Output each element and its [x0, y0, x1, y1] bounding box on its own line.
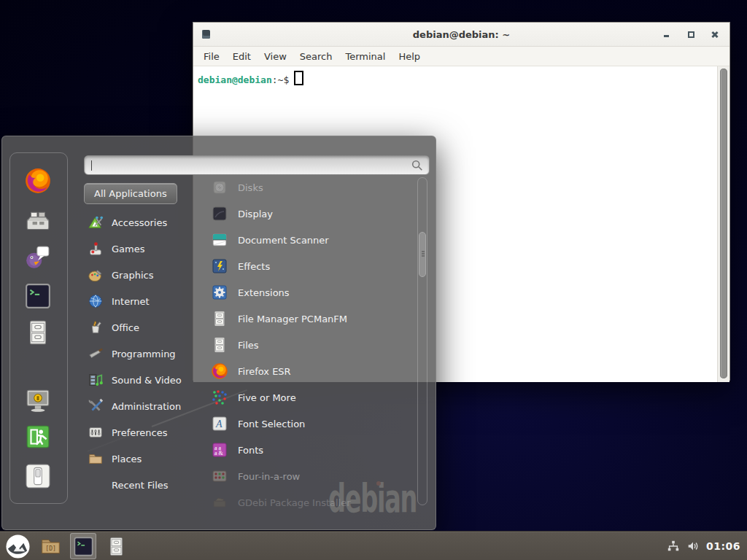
files-button[interactable]	[103, 533, 129, 559]
category-list: All Applications Accessories Games Graph…	[84, 182, 201, 498]
search-input[interactable]	[84, 155, 430, 175]
menubar-item[interactable]: File	[197, 48, 226, 65]
app-extensions[interactable]: Extensions	[205, 279, 412, 306]
administration-icon	[88, 398, 104, 414]
extensions-icon	[211, 284, 228, 301]
app-file-manager-pcmanfm[interactable]: File Manager PCManFM	[205, 306, 412, 332]
terminal-cursor	[294, 71, 303, 85]
volume-icon[interactable]	[686, 540, 700, 553]
file-manager-button[interactable]: [D]	[37, 533, 63, 559]
internet-icon	[88, 293, 104, 309]
svg-text:[D]: [D]	[45, 544, 56, 551]
app-effects[interactable]: Effects	[205, 253, 412, 279]
svg-text:A: A	[215, 419, 222, 429]
favorite-pidgin[interactable]	[24, 243, 52, 271]
app-document-scanner[interactable]: Document Scanner	[205, 227, 412, 253]
close-icon[interactable]	[711, 30, 719, 39]
category-administration[interactable]: Administration	[84, 393, 201, 419]
package-manager-icon	[24, 208, 52, 236]
menubar-item[interactable]: View	[258, 48, 293, 65]
gdebi-icon	[211, 494, 228, 511]
taskbar-launchers: [D]	[4, 532, 129, 560]
effects-icon	[211, 257, 228, 275]
menubar-item[interactable]: Edit	[226, 48, 258, 65]
maximize-icon[interactable]	[686, 30, 695, 39]
terminal-scrollbar-thumb[interactable]	[720, 69, 727, 378]
favorite-file-manager[interactable]	[24, 319, 52, 346]
lock-screen-icon	[24, 386, 52, 414]
favorite-firefox[interactable]	[24, 167, 52, 195]
terminal-prompt-line: debian@debian:~$	[198, 71, 729, 85]
category-all-applications[interactable]: All Applications	[84, 183, 177, 204]
category-office[interactable]: Office	[84, 314, 201, 341]
desktop: debian debian@debian: ~ FileEditViewSear…	[0, 0, 747, 560]
app-files[interactable]: Files	[205, 332, 412, 358]
terminal-button[interactable]	[70, 533, 96, 559]
search-icon	[411, 159, 424, 172]
terminal-icon	[24, 282, 52, 310]
taskbar-tray: 01:06	[667, 532, 747, 560]
terminal-scrollbar[interactable]	[717, 66, 729, 382]
logout-icon	[24, 423, 52, 451]
favorite-software-manager[interactable]	[24, 208, 52, 236]
clock[interactable]: 01:06	[706, 540, 740, 552]
terminal-titlebar[interactable]: debian@debian: ~	[193, 23, 729, 47]
disks-icon	[211, 179, 228, 196]
places-icon	[88, 451, 104, 467]
debian-menu-icon	[5, 534, 31, 559]
app-font-selection[interactable]: A Font Selection	[205, 411, 412, 437]
category-internet[interactable]: Internet	[84, 288, 201, 314]
office-icon	[88, 319, 104, 335]
app-gdebi-package-installer[interactable]: GDebi Package Installer	[205, 489, 412, 516]
sound-video-icon	[88, 372, 104, 388]
category-recent-files[interactable]: Recent Files	[84, 472, 201, 498]
terminal-menubar: FileEditViewSearchTerminalHelp	[193, 47, 729, 66]
menubar-item[interactable]: Help	[392, 48, 427, 65]
favorite-logout[interactable]	[24, 423, 52, 451]
prompt-suffix: :~$	[272, 74, 289, 85]
taskbar: [D] 01:06	[0, 531, 747, 560]
application-list: Disks Display Document Scanner Effects E…	[205, 174, 412, 516]
app-five-or-more[interactable]: Five or More	[205, 384, 412, 411]
app-menu: All Applications Accessories Games Graph…	[1, 136, 436, 530]
minimize-icon[interactable]	[662, 30, 671, 39]
favorite-shutdown[interactable]	[24, 462, 52, 490]
menu-button[interactable]	[4, 533, 31, 559]
app-display[interactable]: Display	[205, 201, 412, 227]
app-fonts[interactable]: a aa & Fonts	[205, 437, 412, 463]
window-controls	[662, 23, 719, 46]
applications-scrollbar[interactable]	[417, 177, 427, 505]
font-selection-icon: A	[211, 415, 228, 432]
four-in-a-row-icon	[211, 467, 228, 485]
category-graphics[interactable]: Graphics	[84, 262, 201, 288]
category-games[interactable]: Games	[84, 236, 201, 262]
games-icon	[88, 241, 104, 257]
app-disks[interactable]: Disks	[205, 174, 412, 201]
menubar-item[interactable]: Search	[293, 48, 339, 65]
app-four-in-a-row[interactable]: Four-in-a-row	[205, 463, 412, 489]
app-firefox-esr[interactable]: Firefox ESR	[205, 358, 412, 384]
category-preferences[interactable]: Preferences	[84, 419, 201, 446]
preferences-icon	[88, 424, 104, 440]
shutdown-icon	[24, 462, 52, 490]
display-icon	[211, 205, 228, 222]
category-sound-video[interactable]: Sound & Video	[84, 367, 201, 393]
scanner-icon	[211, 231, 228, 249]
favorite-lock-screen[interactable]	[24, 386, 52, 414]
svg-text:a &: a &	[214, 450, 224, 456]
applications-scrollbar-thumb[interactable]	[419, 232, 426, 277]
network-icon[interactable]	[667, 540, 680, 553]
prompt-user: debian@debian	[198, 74, 272, 85]
folder-icon: [D]	[40, 536, 61, 557]
favorite-terminal[interactable]	[24, 282, 52, 310]
category-programming[interactable]: Programming	[84, 341, 201, 367]
terminal-mini-icon	[202, 30, 210, 39]
pidgin-icon	[24, 243, 52, 271]
firefox-icon	[211, 362, 228, 380]
file-cabinet-icon	[106, 536, 127, 557]
window-title: debian@debian: ~	[193, 29, 729, 40]
menubar-item[interactable]: Terminal	[338, 48, 392, 65]
file-cabinet-icon	[24, 319, 52, 346]
category-places[interactable]: Places	[84, 446, 201, 472]
category-accessories[interactable]: Accessories	[84, 209, 201, 236]
